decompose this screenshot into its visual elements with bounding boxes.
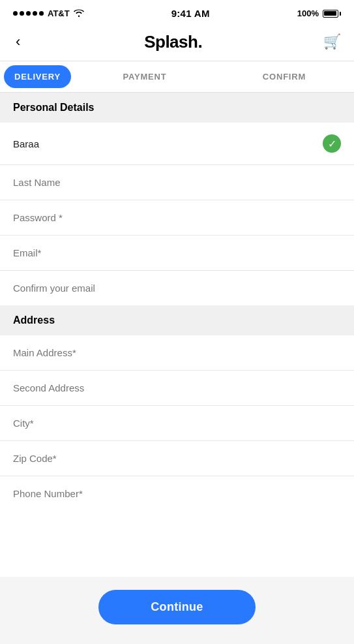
step-payment[interactable]: PAYMENT xyxy=(75,63,214,91)
app-title: Splash. xyxy=(144,32,202,52)
status-time: 9:41 AM xyxy=(171,8,210,19)
cart-icon[interactable]: 🛒 xyxy=(323,33,341,50)
personal-details-title: Personal Details xyxy=(13,102,341,114)
last-name-input[interactable] xyxy=(13,177,341,188)
status-bar: AT&T 9:41 AM 100% xyxy=(0,0,354,24)
back-button[interactable]: ‹ xyxy=(13,31,23,53)
continue-button[interactable]: Continue xyxy=(98,590,255,624)
scrollable-content: Personal Details ✓ Address xyxy=(0,93,354,576)
personal-details-header: Personal Details xyxy=(0,93,354,123)
password-field[interactable] xyxy=(0,200,354,236)
wifi-icon xyxy=(74,8,84,19)
first-name-field[interactable]: ✓ xyxy=(0,123,354,165)
confirm-email-input[interactable] xyxy=(13,283,341,294)
address-form xyxy=(0,335,354,511)
email-field[interactable] xyxy=(0,236,354,271)
email-input[interactable] xyxy=(13,247,341,258)
second-address-input[interactable] xyxy=(13,382,341,393)
step-confirm[interactable]: CONFIRM xyxy=(214,63,354,91)
password-input[interactable] xyxy=(13,212,341,223)
header: ‹ Splash. 🛒 xyxy=(0,24,354,61)
main-address-field[interactable] xyxy=(0,335,354,371)
first-name-input[interactable] xyxy=(13,138,323,149)
address-title: Address xyxy=(13,314,341,326)
status-right: 100% xyxy=(297,8,341,18)
step-delivery[interactable]: DELIVERY xyxy=(4,65,71,88)
main-address-input[interactable] xyxy=(13,347,341,358)
personal-details-form: ✓ xyxy=(0,123,354,305)
city-input[interactable] xyxy=(13,418,341,429)
signal-dots xyxy=(13,11,44,16)
status-left: AT&T xyxy=(13,8,84,19)
battery-percent: 100% xyxy=(297,8,319,18)
phone-number-input[interactable] xyxy=(13,488,341,499)
check-icon: ✓ xyxy=(323,134,341,153)
phone-number-field[interactable] xyxy=(0,476,354,511)
city-field[interactable] xyxy=(0,406,354,441)
address-header: Address xyxy=(0,305,354,335)
last-name-field[interactable] xyxy=(0,165,354,200)
footer: Continue xyxy=(0,577,354,644)
zip-code-field[interactable] xyxy=(0,441,354,476)
zip-code-input[interactable] xyxy=(13,453,341,464)
steps-navigation: DELIVERY PAYMENT CONFIRM xyxy=(0,61,354,93)
second-address-field[interactable] xyxy=(0,371,354,406)
confirm-email-field[interactable] xyxy=(0,271,354,305)
battery-icon xyxy=(323,10,341,18)
carrier-label: AT&T xyxy=(48,8,70,18)
